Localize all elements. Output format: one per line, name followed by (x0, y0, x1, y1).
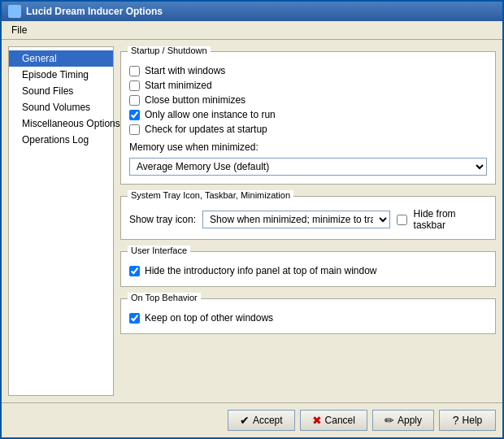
accept-icon: ✔ (240, 414, 250, 427)
tray-select[interactable]: Show when minimized; minimize to trayAlw… (202, 211, 390, 228)
sidebar-item-operations-log[interactable]: Operations Log (9, 132, 113, 148)
sidebar: GeneralEpisode TimingSound FilesSound Vo… (8, 46, 114, 396)
on-top-title: On Top Behavior (128, 293, 201, 302)
startup-option-row-0: Start with windows (129, 63, 487, 78)
ui-label: Hide the introductory info panel at top … (145, 265, 377, 276)
system-tray-group: System Tray Icon, Taskbar, Minimization … (120, 196, 496, 240)
startup-label-2: Close button minimizes (145, 94, 245, 106)
tray-row: Show tray icon: Show when minimized; min… (129, 208, 487, 231)
main-window: Lucid Dream Inducer Options File General… (0, 0, 504, 439)
sidebar-item-sound-files[interactable]: Sound Files (9, 83, 113, 99)
accept-button[interactable]: ✔ Accept (228, 410, 295, 431)
cancel-icon: ✖ (312, 414, 322, 427)
system-tray-title: System Tray Icon, Taskbar, Minimization (128, 190, 293, 200)
startup-checkbox-0[interactable] (129, 66, 140, 76)
startup-label-4: Check for updates at startup (145, 124, 267, 135)
startup-group-title: Startup / Shutdown (128, 46, 211, 55)
sidebar-item-general[interactable]: General (9, 50, 113, 67)
sidebar-item-sound-volumes[interactable]: Sound Volumes (9, 99, 113, 115)
sidebar-item-miscellaneous-options[interactable]: Miscellaneous Options (9, 115, 113, 132)
startup-checkbox-4[interactable] (129, 124, 140, 135)
memory-label: Memory use when minimized: (129, 141, 487, 153)
memory-select[interactable]: Average Memory Use (default)Minimum Memo… (129, 158, 487, 176)
apply-label: Apply (398, 415, 422, 426)
startup-label-3: Only allow one instance to run (145, 109, 276, 120)
ui-option-row: Hide the introductory info panel at top … (129, 263, 487, 278)
startup-option-row-1: Start minimized (129, 78, 487, 93)
on-top-label: Keep on top of other windows (145, 312, 273, 324)
apply-button[interactable]: ✏ Apply (372, 410, 434, 431)
startup-checkbox-1[interactable] (129, 80, 140, 91)
accept-label: Accept (253, 415, 283, 426)
cancel-label: Cancel (325, 415, 355, 426)
help-button[interactable]: ? Help (439, 410, 496, 431)
tray-show-label: Show tray icon: (129, 214, 196, 225)
footer: ✔ Accept ✖ Cancel ✏ Apply ? Help (2, 402, 502, 437)
startup-label-1: Start minimized (145, 80, 212, 91)
cancel-button[interactable]: ✖ Cancel (300, 410, 367, 431)
startup-option-row-4: Check for updates at startup (129, 122, 487, 137)
title-bar: Lucid Dream Inducer Options (2, 2, 502, 21)
startup-options: Start with windowsStart minimizedClose b… (129, 63, 487, 137)
sidebar-item-episode-timing[interactable]: Episode Timing (9, 67, 113, 83)
menu-file[interactable]: File (5, 23, 33, 37)
apply-icon: ✏ (385, 414, 394, 427)
startup-label-0: Start with windows (145, 65, 225, 76)
on-top-option-row: Keep on top of other windows (129, 311, 487, 325)
menu-bar: File (2, 21, 502, 40)
main-panel: Startup / Shutdown Start with windowsSta… (120, 46, 496, 396)
startup-checkbox-3[interactable] (129, 110, 140, 120)
hide-taskbar-label: Hide from taskbar (414, 208, 487, 231)
on-top-checkbox[interactable] (129, 313, 140, 324)
startup-option-row-3: Only allow one instance to run (129, 107, 487, 122)
user-interface-title: User Interface (128, 246, 190, 255)
content-area: GeneralEpisode TimingSound FilesSound Vo… (2, 40, 502, 402)
help-icon: ? (453, 414, 459, 427)
ui-checkbox[interactable] (129, 266, 140, 276)
startup-group: Startup / Shutdown Start with windowsSta… (120, 51, 496, 185)
window-title: Lucid Dream Inducer Options (26, 6, 163, 17)
hide-taskbar-checkbox[interactable] (397, 215, 407, 225)
help-label: Help (463, 415, 483, 426)
startup-option-row-2: Close button minimizes (129, 93, 487, 107)
user-interface-group: User Interface Hide the introductory inf… (120, 251, 496, 287)
app-icon (8, 5, 21, 18)
on-top-group: On Top Behavior Keep on top of other win… (120, 298, 496, 334)
startup-checkbox-2[interactable] (129, 95, 140, 106)
